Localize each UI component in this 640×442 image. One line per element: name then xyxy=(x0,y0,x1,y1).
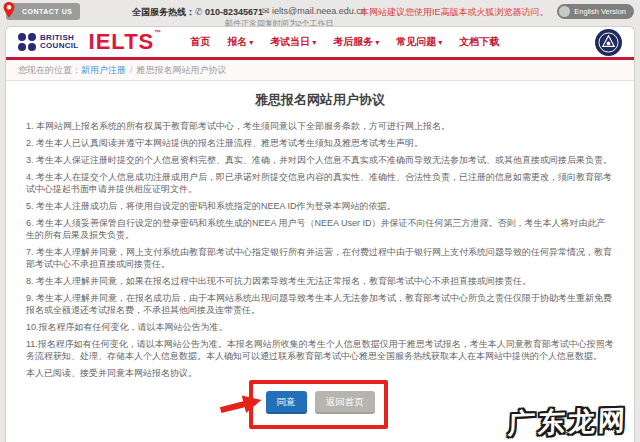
email-link[interactable]: ✉ ielts@mail.neea.edu.cn xyxy=(262,6,366,16)
nav-item-downloads[interactable]: 文档下载 xyxy=(459,35,499,49)
nav-item-faq[interactable]: 常见问题 xyxy=(396,35,442,49)
page-title: 雅思报名网站用户协议 xyxy=(26,91,614,109)
agreement-paragraph-9: 9. 考生本人理解并同意，在报名成功后，由于本网站系统出现问题导致考生本人无法参… xyxy=(26,292,614,316)
agreement-paragraph-10: 10.报名程序如有任何变化，请以本网站公告为准。 xyxy=(26,321,614,333)
british-council-logo[interactable]: BRITISHCOUNCIL xyxy=(18,33,79,51)
british-council-dots-icon xyxy=(18,33,36,51)
nav-item-post-test[interactable]: 考后服务 xyxy=(333,35,379,49)
agreement-paragraph-2: 2. 考生本人已认真阅读并遵守本网站提供的报名注册流程、雅思考试考生须知及雅思考… xyxy=(26,137,614,149)
english-version-label: English Version xyxy=(574,7,626,16)
hotline-label: 全国服务热线： xyxy=(132,7,195,17)
red-arrow-icon xyxy=(218,392,264,418)
trademark-symbol: ™ xyxy=(154,29,162,36)
breadcrumb: 您现在的位置： 新用户注册 / 雅思报名网站用户协议 xyxy=(6,60,634,81)
phone-icon: ✆ xyxy=(195,7,203,17)
agreement-closing-statement: 本人已阅读、接受并同意本网站报名协议。 xyxy=(26,367,614,379)
browser-recommendation-notice: 本网站建议您使用IE高版本或火狐浏览器访问。 xyxy=(360,6,549,19)
agreement-content: 雅思报名网站用户协议 1. 本网站网上报名系统的所有权属于教育部考试中心，考生须… xyxy=(6,81,634,422)
breadcrumb-prefix: 您现在的位置： xyxy=(18,64,81,77)
agreement-paragraph-7: 7. 考生本人理解并同意，网上支付系统由教育部考试中心指定银行所有并运营，在付费… xyxy=(26,246,614,270)
location-pin-icon xyxy=(2,1,16,21)
watermark-text: 广东龙网 xyxy=(507,402,628,442)
hotline-number: 010-82345671 xyxy=(205,7,263,17)
contact-us-label: CONTACT US xyxy=(22,8,72,15)
email-address: ielts@mail.neea.edu.cn xyxy=(272,6,366,16)
envelope-icon: ✉ xyxy=(262,6,270,16)
agreement-paragraph-11: 11.报名程序如有任何变化，请以本网站公告为准。本报名网站所收集的考生个人信息数… xyxy=(26,338,614,362)
toggle-knob-icon xyxy=(559,6,570,17)
contact-us-badge[interactable]: CONTACT US xyxy=(6,3,80,20)
british-council-wordmark: BRITISHCOUNCIL xyxy=(40,34,79,50)
agreement-paragraph-3: 3. 考生本人保证注册时提交的个人信息资料完整、真实、准确，并对因个人信息不真实… xyxy=(26,154,614,166)
english-version-button[interactable]: English Version xyxy=(557,4,634,19)
nav-item-test-day[interactable]: 考试当日 xyxy=(270,35,316,49)
neea-seal-icon xyxy=(595,29,622,56)
nav-item-home[interactable]: 首页 xyxy=(190,35,210,49)
agreement-paragraph-6: 6. 考生本人须妥善保管自行设定的登录密码和系统生成的NEEA 用户号（NEEA… xyxy=(26,217,614,241)
ielts-logo[interactable]: IELTS™ xyxy=(89,29,163,55)
page-container: BRITISHCOUNCIL IELTS™ 首页 报名 考试当日 考后服务 常见… xyxy=(5,26,635,442)
nav-item-registration[interactable]: 报名 xyxy=(227,35,253,49)
agreement-paragraph-1: 1. 本网站网上报名系统的所有权属于教育部考试中心，考生须同意以下全部服务条款，… xyxy=(26,120,614,132)
return-home-button[interactable]: 返回首页 xyxy=(315,391,375,414)
agree-button[interactable]: 同意 xyxy=(266,391,307,414)
breadcrumb-separator: / xyxy=(130,65,133,75)
main-nav: 首页 报名 考试当日 考后服务 常见问题 文档下载 xyxy=(190,35,499,49)
breadcrumb-current: 雅思报名网站用户协议 xyxy=(137,64,227,77)
agreement-paragraph-5: 5. 考生本人注册成功后，将使用自设定的密码和系统指定的NEEA ID作为登录本… xyxy=(26,200,614,212)
agreement-paragraph-8: 8. 考生本人理解并同意，如果在报名过程中出现不可抗力因素导致考生无法正常报名，… xyxy=(26,275,614,287)
breadcrumb-link-new-user[interactable]: 新用户注册 xyxy=(81,64,126,77)
site-header: BRITISHCOUNCIL IELTS™ 首页 报名 考试当日 考后服务 常见… xyxy=(6,27,634,60)
agreement-paragraph-4: 4. 考生本人在提交个人信息成功注册成用户后，即已承诺对所提交信息内容的真实性、… xyxy=(26,171,614,195)
